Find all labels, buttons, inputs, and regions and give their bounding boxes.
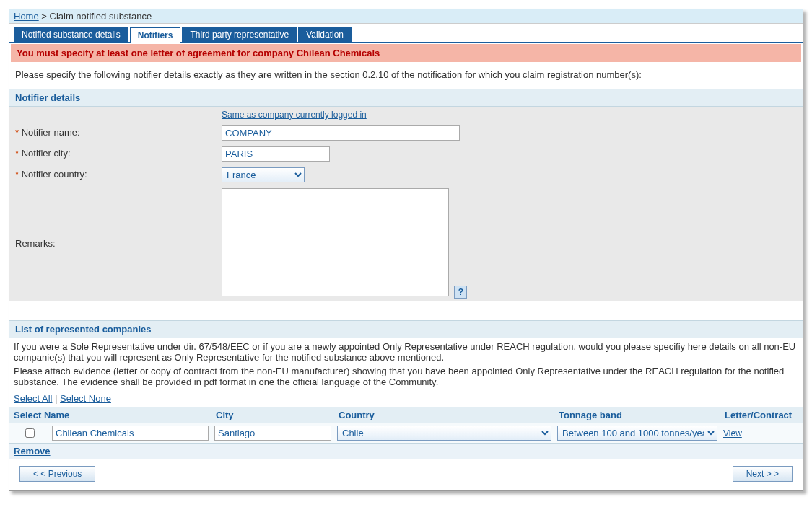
company-city-input[interactable]: [214, 426, 331, 441]
represented-companies-para2: Please attach evidence (letter or copy o…: [9, 366, 803, 390]
notifier-city-label: * Notifier city:: [9, 145, 219, 162]
notifier-country-label: * Notifier country:: [9, 166, 219, 182]
col-tonnage: Tonnage band: [554, 407, 720, 423]
instruction-text: Please specify the following notifier de…: [9, 63, 803, 89]
select-none-link[interactable]: Select None: [60, 393, 111, 404]
company-country-select[interactable]: Chile: [337, 426, 551, 441]
app-frame: Home > Claim notified substance Notified…: [9, 9, 803, 491]
notifier-details-header: Notifier details: [9, 89, 803, 107]
remove-link[interactable]: Remove: [14, 446, 51, 457]
col-letter: Letter/Contract: [720, 407, 803, 423]
remarks-label: Remarks:: [9, 235, 219, 252]
tab-third-party-representative[interactable]: Third party representative: [182, 27, 297, 42]
represented-companies-para1: If you were a Sole Representative under …: [9, 338, 803, 366]
company-tonnage-select[interactable]: Between 100 and 1000 tonnes/year: [557, 426, 717, 441]
tab-content: You must specify at least one letter of …: [9, 44, 803, 490]
table-row: Chile Between 100 and 1000 tonnes/year V…: [9, 423, 803, 444]
notifier-city-label-text: Notifier city:: [22, 148, 71, 159]
breadcrumb-current: Claim notified substance: [50, 11, 152, 22]
notifier-country-label-text: Notifier country:: [22, 169, 87, 180]
represented-companies-header: List of represented companies: [9, 320, 803, 338]
select-all-link[interactable]: Select All: [14, 393, 52, 404]
col-country: Country: [334, 407, 554, 423]
notifier-name-label: * Notifier name:: [9, 124, 219, 141]
breadcrumb-sep: >: [41, 11, 47, 22]
breadcrumb: Home > Claim notified substance: [9, 9, 803, 24]
nav-buttons: < < Previous Next > >: [9, 459, 803, 490]
remove-row: Remove: [9, 443, 803, 459]
companies-table: Select Name City Country Tonnage band Le…: [9, 407, 803, 443]
view-link[interactable]: View: [723, 428, 742, 438]
notifier-name-input[interactable]: [222, 125, 460, 141]
notifier-country-select[interactable]: France: [222, 167, 305, 182]
tab-bar: Notified substance details Notifiers Thi…: [9, 24, 803, 43]
selection-links: Select All | Select None: [9, 390, 803, 407]
same-as-company-link[interactable]: Same as company currently logged in: [222, 110, 367, 120]
next-button[interactable]: Next > >: [733, 466, 793, 482]
row-checkbox[interactable]: [25, 428, 35, 438]
tab-notifiers[interactable]: Notifiers: [130, 27, 181, 43]
notifier-city-input[interactable]: [222, 146, 330, 162]
help-icon[interactable]: ?: [454, 286, 467, 299]
sel-sep: |: [52, 393, 60, 404]
tab-validation[interactable]: Validation: [298, 27, 352, 42]
col-city: City: [211, 407, 334, 423]
error-banner: You must specify at least one letter of …: [11, 44, 801, 62]
notifier-name-label-text: Notifier name:: [22, 127, 80, 138]
breadcrumb-home-link[interactable]: Home: [14, 11, 39, 22]
col-select-name: Select Name: [9, 407, 211, 423]
tab-notified-substance-details[interactable]: Notified substance details: [14, 27, 128, 42]
company-name-input[interactable]: [52, 426, 209, 441]
previous-button[interactable]: < < Previous: [19, 466, 95, 482]
remarks-textarea[interactable]: [222, 188, 449, 296]
notifier-details-form: Same as company currently logged in * No…: [9, 107, 803, 301]
